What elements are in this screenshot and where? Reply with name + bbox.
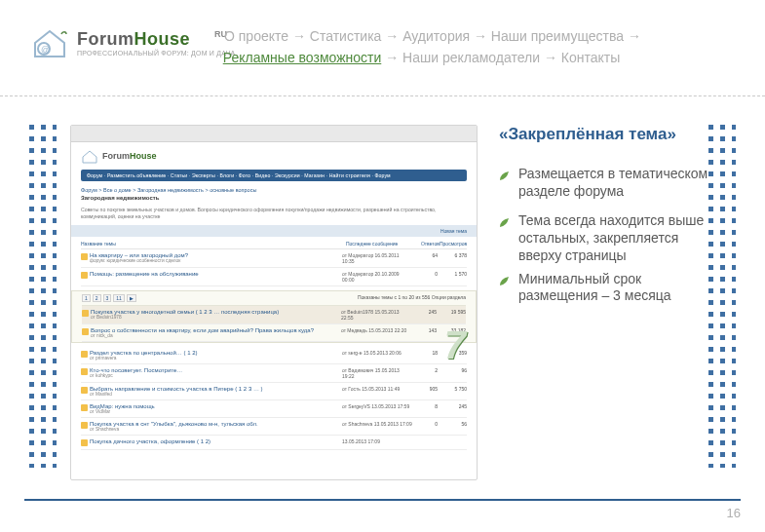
svg-rect-2 (81, 253, 88, 260)
topic-icon (81, 253, 88, 260)
bullet-text: Тема всегда находится выше остальных, за… (518, 212, 704, 263)
toolbar-band: Новая тема (71, 225, 477, 237)
topic-icon (82, 328, 89, 335)
pager-page[interactable]: 1 (82, 294, 91, 302)
table-row: Вопрос о собственности на квартиру, если… (82, 324, 466, 342)
svg-rect-10 (81, 422, 88, 429)
table-row: Покупка участка в снт "Улыбка", дьяконов… (81, 418, 467, 436)
bullet-item: Тема всегда находится выше остальных, за… (499, 212, 713, 265)
content-right: «Закреплённая тема» Размещается в темати… (499, 125, 713, 317)
table-row: Раздел участка по центральной… ( 1 2)от … (81, 347, 467, 364)
nav-link[interactable]: Аудитория (402, 28, 470, 44)
nav-tabs: Форум · Разместить объявление · Статьи ·… (81, 170, 467, 181)
svg-rect-6 (81, 351, 88, 358)
house-icon: @ (27, 23, 71, 62)
nav-link[interactable]: Рекламные возможности (223, 50, 382, 65)
pager-page[interactable]: 2 (93, 294, 101, 302)
table-row: Покупка участка у многодетной семьи ( 1 … (82, 306, 466, 324)
leaf-icon (499, 274, 510, 285)
topic-icon (81, 368, 88, 375)
section-title: Загородная недвижимость (81, 195, 467, 201)
topic-icon (81, 439, 88, 446)
footer-rule (24, 499, 741, 501)
bullet-text: Размещается в тематическом разделе форум… (518, 166, 708, 199)
divider (0, 95, 765, 96)
table-row: Выбрать направление и стоимость участка … (81, 383, 467, 400)
bullet-item: Размещается в тематическом разделе форум… (499, 166, 713, 201)
nav-link[interactable]: Наши преимущества (491, 28, 624, 44)
svg-text:@: @ (41, 45, 50, 55)
topic-icon (81, 387, 88, 394)
pager-page[interactable]: 11 (113, 294, 125, 302)
bullet-item: Минимальный срок размещения – 3 месяца (499, 271, 713, 306)
page-number: 16 (727, 506, 741, 520)
topic-icon (82, 310, 89, 317)
leaf-icon (499, 215, 510, 226)
nav-link[interactable]: О проекте (224, 28, 288, 44)
forum-screenshot: ForumHouse Форум · Разместить объявление… (70, 125, 478, 480)
pager-page[interactable]: ▶ (127, 294, 136, 302)
svg-rect-3 (81, 272, 88, 279)
sticky-block: 12311▶ Показаны темы с 1 по 20 из 556 Оп… (71, 290, 477, 343)
table-row: ВидМар: нужна помощьот VidMarот SergeyVS… (81, 400, 467, 418)
topic-icon (81, 272, 88, 279)
table-row: На квартиру – или загородный дом?форум: … (81, 249, 467, 268)
top-nav: О проекте → Статистика → Аудитория → Наш… (224, 27, 746, 67)
table-row: Покупка дачного участка, оформление ( 1 … (81, 436, 467, 450)
nav-link[interactable]: Статистика (310, 28, 382, 44)
slide-title: «Закреплённая тема» (499, 125, 713, 144)
bullet-text: Минимальный срок размещения – 3 месяца (518, 271, 671, 304)
table-head: Название темы Последнее сообщение Ответо… (81, 239, 467, 249)
svg-rect-7 (81, 368, 88, 375)
svg-rect-11 (81, 439, 88, 446)
topic-icon (81, 422, 88, 429)
bullet-list: Размещается в тематическом разделе форум… (499, 166, 713, 305)
table-row: Кто-что посоветует. Посмотрите…от kohkyp… (81, 364, 467, 383)
section-desc: Советы по покупке земельных участков и д… (81, 207, 467, 220)
svg-rect-5 (82, 328, 89, 335)
nav-link[interactable]: Наши рекламодатели (402, 50, 540, 65)
mini-logo: ForumHouse (81, 148, 467, 164)
breadcrumb: Форум > Все о доме > Загородная недвижим… (81, 187, 467, 193)
table-row: Помощь: размещение на обслуживаниеот Мод… (81, 268, 467, 286)
svg-rect-8 (81, 387, 88, 394)
leaf-icon (499, 169, 510, 179)
svg-rect-9 (81, 404, 88, 411)
topic-icon (81, 404, 88, 411)
dots-decor-left (29, 125, 57, 468)
topic-icon (81, 351, 88, 358)
svg-rect-4 (82, 310, 89, 317)
pager-page[interactable]: 3 (103, 294, 112, 302)
nav-link[interactable]: Контакты (561, 50, 620, 65)
window-titlebar (71, 126, 477, 142)
